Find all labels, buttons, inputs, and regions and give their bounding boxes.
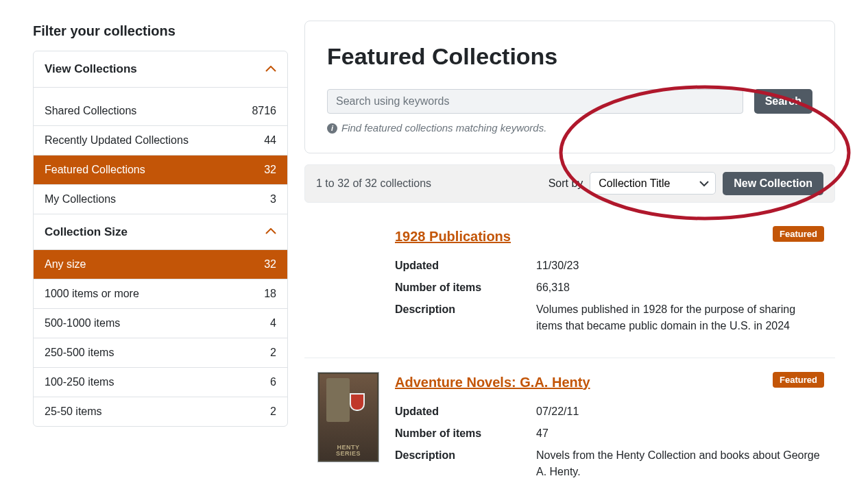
meta-row-count: Number of items 47 bbox=[395, 425, 824, 442]
toolbar-right: Sort by Collection Title New Collection bbox=[548, 172, 823, 195]
filter-item-label: 250-500 items bbox=[45, 345, 114, 361]
featured-card: Featured Collections Search i Find featu… bbox=[304, 21, 835, 153]
filter-item-label: 500-1000 items bbox=[45, 315, 120, 332]
filter-item-any-size[interactable]: Any size 32 bbox=[34, 249, 287, 279]
meta-value: 66,318 bbox=[536, 279, 824, 296]
meta-value: 47 bbox=[536, 425, 824, 442]
filter-list-collection-size: Any size 32 1000 items or more 18 500-10… bbox=[34, 249, 287, 426]
filter-item-count: 18 bbox=[264, 286, 276, 302]
filter-item-count: 44 bbox=[264, 132, 276, 149]
filter-header-title: Collection Size bbox=[45, 223, 128, 241]
meta-row-description: Description Novels from the Henty Collec… bbox=[395, 447, 824, 480]
filter-header-title: View Collections bbox=[45, 60, 137, 78]
filter-item-featured-collections[interactable]: Featured Collections 32 bbox=[34, 155, 287, 184]
new-collection-button[interactable]: New Collection bbox=[723, 172, 823, 195]
filter-item-count: 32 bbox=[264, 256, 276, 273]
filter-item-label: 100-250 items bbox=[45, 374, 114, 390]
filter-item-label: 1000 items or more bbox=[45, 286, 139, 302]
filter-item-250-500[interactable]: 250-500 items 2 bbox=[34, 338, 287, 367]
search-helper: i Find featured collections matching key… bbox=[327, 121, 812, 136]
main-content: Featured Collections Search i Find featu… bbox=[304, 21, 835, 487]
result-main: 1928 Publications Featured Updated 11/30… bbox=[395, 226, 824, 340]
meta-label: Description bbox=[395, 447, 536, 480]
search-row: Search bbox=[327, 89, 812, 114]
meta-value: Novels from the Henty Collection and boo… bbox=[536, 447, 824, 480]
filter-item-label: 25-50 items bbox=[45, 403, 102, 420]
filter-item-label: Featured Collections bbox=[45, 162, 145, 178]
meta-label: Number of items bbox=[395, 279, 536, 296]
result-header: 1928 Publications Featured bbox=[395, 226, 824, 247]
results-toolbar: 1 to 32 of 32 collections Sort by Collec… bbox=[304, 164, 835, 203]
meta-label: Description bbox=[395, 301, 536, 334]
filter-item-count: 8716 bbox=[252, 103, 276, 119]
filter-item-count: 2 bbox=[270, 403, 276, 420]
thumb-text2: SERIES bbox=[336, 451, 361, 457]
meta-label: Updated bbox=[395, 258, 536, 274]
meta-value: Volumes published in 1928 for the purpos… bbox=[536, 301, 824, 334]
search-input[interactable] bbox=[327, 89, 743, 114]
filter-title: Filter your collections bbox=[33, 21, 288, 41]
filter-item-25-50[interactable]: 25-50 items 2 bbox=[34, 397, 287, 426]
chevron-up-icon bbox=[265, 223, 276, 240]
filter-header-view-collections[interactable]: View Collections bbox=[34, 51, 287, 87]
filter-item-100-250[interactable]: 100-250 items 6 bbox=[34, 367, 287, 397]
sort-select[interactable]: Collection Title bbox=[590, 172, 716, 195]
page-title: Featured Collections bbox=[327, 39, 812, 74]
filter-item-count: 4 bbox=[270, 315, 276, 332]
filter-item-1000-or-more[interactable]: 1000 items or more 18 bbox=[34, 279, 287, 308]
filter-item-label: Recently Updated Collections bbox=[45, 132, 189, 149]
filter-section-collection-size: Collection Size Any size 32 1000 items o… bbox=[34, 214, 287, 427]
result-card: HENTY SERIES Adventure Novels: G.A. Hent… bbox=[304, 358, 835, 488]
thumb-inner: HENTY SERIES bbox=[320, 374, 377, 460]
result-title-link[interactable]: 1928 Publications bbox=[395, 226, 511, 247]
meta-value: 07/22/11 bbox=[536, 403, 824, 420]
results-list: 1928 Publications Featured Updated 11/30… bbox=[304, 212, 835, 488]
filter-item-my-collections[interactable]: My Collections 3 bbox=[34, 184, 287, 214]
filter-item-count: 3 bbox=[270, 191, 276, 208]
filter-section-view-collections: View Collections Shared Collections 8716… bbox=[34, 51, 287, 214]
search-button[interactable]: Search bbox=[754, 89, 812, 114]
featured-badge: Featured bbox=[773, 226, 824, 242]
result-card: 1928 Publications Featured Updated 11/30… bbox=[304, 212, 835, 358]
thumb-image: HENTY SERIES bbox=[317, 372, 379, 462]
info-icon: i bbox=[327, 123, 337, 134]
filter-header-collection-size[interactable]: Collection Size bbox=[34, 214, 287, 250]
filter-item-count: 2 bbox=[270, 345, 276, 361]
filter-item-label: Shared Collections bbox=[45, 103, 136, 119]
filter-item-recently-updated[interactable]: Recently Updated Collections 44 bbox=[34, 125, 287, 155]
thumb-figure bbox=[326, 378, 350, 422]
filter-item-label: Any size bbox=[45, 256, 86, 273]
sort-select-wrap: Collection Title bbox=[590, 172, 716, 195]
result-header: Adventure Novels: G.A. Henty Featured bbox=[395, 372, 824, 392]
sort-label: Sort by bbox=[548, 175, 583, 192]
meta-row-description: Description Volumes published in 1928 fo… bbox=[395, 301, 824, 334]
filter-sidebar: Filter your collections View Collections… bbox=[33, 21, 288, 487]
featured-badge: Featured bbox=[773, 372, 824, 388]
filter-list-view-collections: Shared Collections 8716 Recently Updated… bbox=[34, 87, 287, 214]
filter-item-label: My Collections bbox=[45, 191, 116, 208]
meta-value: 11/30/23 bbox=[536, 258, 824, 274]
helper-text: Find featured collections matching keywo… bbox=[341, 121, 546, 136]
result-thumb-placeholder bbox=[315, 226, 381, 340]
meta-label: Number of items bbox=[395, 425, 536, 442]
result-title-link[interactable]: Adventure Novels: G.A. Henty bbox=[395, 372, 590, 392]
result-main: Adventure Novels: G.A. Henty Featured Up… bbox=[395, 372, 824, 486]
thumb-shield bbox=[350, 393, 365, 411]
chevron-up-icon bbox=[265, 61, 276, 77]
filter-panel: View Collections Shared Collections 8716… bbox=[33, 51, 288, 427]
result-thumb[interactable]: HENTY SERIES bbox=[315, 372, 381, 486]
filter-item-count: 6 bbox=[270, 374, 276, 390]
filter-item-shared-collections[interactable]: Shared Collections 8716 bbox=[34, 87, 287, 125]
result-meta: Updated 07/22/11 Number of items 47 Desc… bbox=[395, 403, 824, 480]
meta-row-updated: Updated 11/30/23 bbox=[395, 258, 824, 274]
meta-row-count: Number of items 66,318 bbox=[395, 279, 824, 296]
results-count: 1 to 32 of 32 collections bbox=[316, 175, 431, 192]
result-meta: Updated 11/30/23 Number of items 66,318 … bbox=[395, 258, 824, 334]
meta-row-updated: Updated 07/22/11 bbox=[395, 403, 824, 420]
filter-item-count: 32 bbox=[264, 162, 276, 178]
meta-label: Updated bbox=[395, 403, 536, 420]
filter-item-500-1000[interactable]: 500-1000 items 4 bbox=[34, 308, 287, 338]
